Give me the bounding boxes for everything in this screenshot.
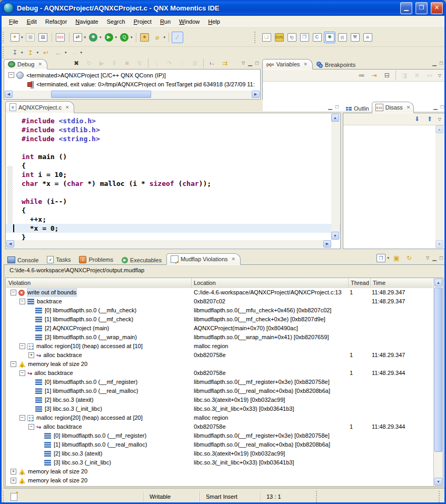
expand-icon[interactable]: +	[28, 352, 34, 358]
binary-editor-icon[interactable]: 010	[55, 32, 66, 43]
filter-lock-icon[interactable]: ▣	[391, 252, 402, 264]
violation-options-dropdown-icon[interactable]: ▾	[387, 256, 389, 260]
previous-annotation-icon[interactable]: ↥	[25, 47, 36, 58]
violation-row[interactable]: [3] libc.so.3 (_init_libc)libc.so.3(_ini…	[6, 404, 433, 413]
debug-perspective-icon[interactable]: ✱	[324, 32, 335, 43]
code-line[interactable]: char *x = (char *) malloc (i * sizeof (c…	[6, 179, 340, 188]
view-menu-icon[interactable]: ▽	[242, 61, 245, 65]
target-navigator-icon[interactable]: ⇄	[72, 32, 84, 43]
maximize-view-icon[interactable]: □	[440, 60, 443, 66]
toolbar-handle[interactable]	[3, 32, 7, 43]
target-navigator-dropdown-icon[interactable]: ▾	[84, 35, 86, 39]
tab-problems[interactable]: ! Problems	[75, 254, 117, 265]
tab-debug[interactable]: Debug ✕	[4, 59, 47, 70]
editor-content[interactable]: #include <stdio.h>#include <stdlib.h>#in…	[5, 113, 341, 249]
run-icon[interactable]: ▶	[103, 32, 115, 43]
scroll-down-icon[interactable]: ⬇	[411, 113, 423, 125]
violation-row[interactable]: +!memory leak of size 20	[6, 467, 433, 476]
code-line[interactable]	[6, 188, 340, 197]
open-element-icon[interactable]: ∗	[139, 32, 151, 43]
collapse-icon[interactable]: −	[19, 370, 25, 376]
scroll-left-icon[interactable]: ◀	[5, 91, 13, 98]
tab-console[interactable]: Console	[4, 255, 43, 265]
code-line[interactable]: {	[6, 206, 340, 215]
violation-row[interactable]: −backtrace0xb8207c0211:48.29.347	[6, 297, 433, 306]
forward-dropdown-icon[interactable]: ▾	[81, 51, 83, 55]
violation-row[interactable]: [2] libc.so.3 (atexit)libc.so.3(atexit+0…	[6, 449, 433, 458]
minimize-view-icon[interactable]: ▁	[433, 104, 438, 110]
code-line[interactable]: *x = 0;	[6, 224, 340, 233]
violation-row[interactable]: −✕write out of boundsC:/ide-4.6-workspac…	[6, 288, 433, 297]
tab-disassembly[interactable]: 010 Disass ✕	[372, 102, 414, 113]
menu-run[interactable]: Run	[156, 17, 175, 26]
code-line[interactable]: #include <stdio.h>	[6, 116, 340, 125]
print-icon[interactable]: ▤	[37, 32, 49, 43]
expand-icon[interactable]: +	[11, 478, 16, 483]
open-perspective-icon[interactable]: ❏	[261, 32, 272, 43]
violation-row[interactable]: [3] libc.so.3 (_init_libc)libc.so.3(_ini…	[6, 458, 433, 467]
menu-search[interactable]: Search	[103, 17, 130, 26]
violation-row[interactable]: +!memory leak of size 20	[6, 476, 433, 485]
use-step-filters-icon[interactable]: ⇉	[219, 57, 231, 69]
scroll-right-icon[interactable]: ▶	[252, 91, 260, 98]
debug-hscrollbar[interactable]: ◀ ▶	[5, 91, 260, 98]
violation-row[interactable]: −malloc region[20] (heap) accessed at [2…	[6, 413, 433, 422]
column-location[interactable]: Location	[192, 278, 349, 288]
collapse-icon[interactable]: −	[11, 361, 16, 367]
debug-dropdown-icon[interactable]: ▾	[100, 35, 102, 39]
qnx-run-dropdown-icon[interactable]: ▾	[131, 35, 133, 39]
tab-breakpoints[interactable]: Breakpoints	[313, 60, 360, 70]
fragment-perspective-icon[interactable]: f()	[286, 32, 298, 43]
title-bar[interactable]: Debug - AQNXCProject/AQNXCProject.c - QN…	[0, 0, 446, 16]
view-menu-icon[interactable]: ▽	[426, 255, 429, 260]
back-dropdown-icon[interactable]: ▾	[65, 51, 67, 55]
close-icon[interactable]: ✕	[304, 62, 308, 67]
minimize-view-icon[interactable]: ▁	[328, 104, 332, 110]
code-line[interactable]: while (i--)	[6, 197, 340, 206]
close-icon[interactable]: ✕	[38, 62, 42, 67]
minimize-view-icon[interactable]: ▁	[432, 60, 437, 66]
violation-row[interactable]: [1] libmudflapth.so.0 (__mf_check)libmud…	[6, 315, 433, 324]
view-menu-icon[interactable]: ▽	[438, 117, 441, 122]
new-wizard-icon[interactable]: ✷	[9, 32, 21, 43]
maximize-view-icon[interactable]: □	[335, 104, 339, 110]
scroll-right-icon[interactable]: ▶	[323, 240, 331, 248]
scroll-down-icon[interactable]: ▼	[434, 478, 442, 486]
menu-refactor[interactable]: Refactor	[41, 17, 72, 26]
code-line[interactable]: #include <string.h>	[6, 134, 340, 143]
minimize-button[interactable]: ▁	[400, 2, 412, 14]
back-icon[interactable]: ←	[53, 47, 64, 58]
mark-occurrences-icon[interactable]: ∕	[172, 32, 183, 43]
collapse-icon[interactable]: −	[28, 424, 34, 430]
debug-tree-item[interactable]: <terminated, exit value: 0>/tmp/AQNXCPro…	[6, 80, 260, 88]
editor-hscrollbar[interactable]: ◀ ▶	[6, 240, 331, 248]
tab-outline[interactable]: Outlin	[343, 104, 372, 113]
tab-variables[interactable]: (x)= Variables ✕	[262, 59, 313, 70]
scroll-down-icon[interactable]: ▼	[331, 232, 339, 240]
minimize-view-icon[interactable]: ▁	[248, 60, 252, 66]
maximize-view-icon[interactable]: □	[441, 104, 444, 110]
violation-row[interactable]: −↪alloc backtrace0xb820758e111:48.29.344	[6, 422, 433, 431]
toolbar-handle[interactable]	[254, 32, 259, 43]
collapse-all-icon[interactable]: ⊟	[381, 70, 393, 81]
refresh-icon[interactable]: ↻	[403, 252, 415, 264]
violation-row[interactable]: [2] AQNXCProject (main)AQNXCProject(main…	[6, 324, 433, 333]
close-icon[interactable]: ✕	[65, 105, 70, 110]
collapse-icon[interactable]: −	[11, 290, 16, 295]
column-time[interactable]: Time	[371, 278, 434, 288]
debug-tree-item[interactable]: −<terminated>AQNXCProject [C/C++ QNX QCo…	[6, 71, 260, 80]
close-button[interactable]: ✕	[431, 2, 443, 14]
qnx-run-icon[interactable]: Q	[118, 32, 130, 43]
collapse-icon[interactable]: −	[19, 415, 25, 421]
editor-vscrollbar[interactable]: ▲ ▼	[331, 114, 340, 240]
system-builder-perspective-icon[interactable]: ⚒	[349, 32, 361, 43]
violation-row[interactable]: [3] libmudflapth.so.0 (__wrap_main)libmu…	[6, 333, 433, 342]
code-line[interactable]	[6, 143, 340, 152]
menu-edit[interactable]: Edit	[23, 17, 41, 26]
qnx-info-perspective-icon[interactable]: (i)	[336, 32, 348, 43]
collapse-icon[interactable]: −	[8, 72, 14, 78]
show-logical-structure-icon[interactable]: ⇥	[369, 70, 380, 81]
toolbar-handle[interactable]	[3, 47, 7, 58]
c-cpp-perspective-icon[interactable]: C	[311, 32, 323, 43]
next-annotation-dropdown-icon[interactable]: ▾	[21, 51, 23, 55]
